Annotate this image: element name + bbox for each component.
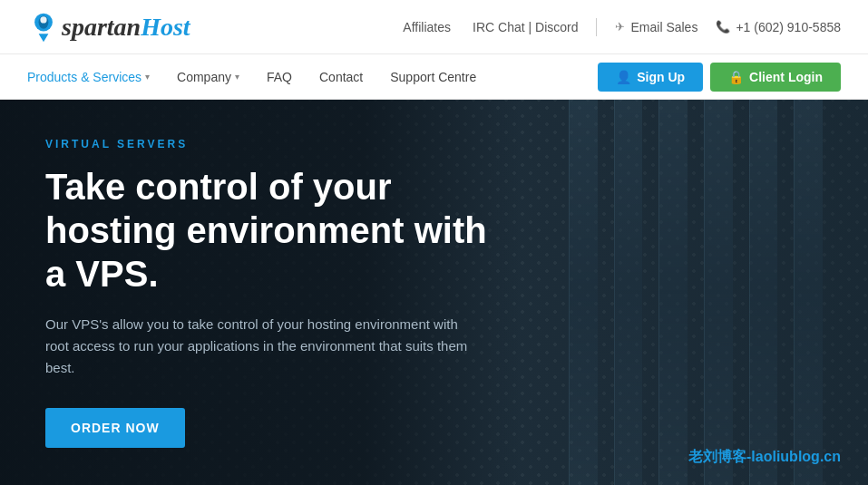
top-nav: Affiliates IRC Chat | Discord ✈ Email Sa… — [403, 18, 841, 36]
nav-company[interactable]: Company ▾ — [177, 70, 239, 84]
hero-subtitle: Our VPS's allow you to take control of y… — [45, 314, 481, 379]
nav-products-label: Products & Services — [27, 70, 141, 84]
login-button[interactable]: 🔒 Client Login — [710, 63, 841, 92]
irc-link[interactable]: IRC Chat | Discord — [473, 20, 578, 34]
rack-bar-5 — [749, 100, 778, 485]
hero-title: Take control of your hosting environment… — [45, 165, 517, 296]
nav-company-label: Company — [177, 70, 231, 84]
nav-products[interactable]: Products & Services ▾ — [27, 70, 150, 84]
products-chevron-icon: ▾ — [145, 72, 150, 82]
watermark: 老刘博客-laoliublog.cn — [688, 448, 841, 467]
rack-bar-2 — [614, 100, 643, 485]
affiliates-link[interactable]: Affiliates — [403, 20, 451, 34]
rack-bar-4 — [704, 100, 733, 485]
signup-button[interactable]: 👤 Sign Up — [598, 63, 703, 92]
rack-bar-1 — [569, 100, 598, 485]
email-sales-item[interactable]: ✈ Email Sales — [615, 20, 697, 34]
rack-bar-6 — [794, 100, 823, 485]
phone-number: +1 (602) 910-5858 — [736, 20, 841, 34]
nav-faq[interactable]: FAQ — [267, 70, 292, 84]
svg-marker-3 — [39, 34, 49, 42]
nav-support[interactable]: Support Centre — [390, 70, 476, 84]
hero-eyebrow: VIRTUAL SERVERS — [45, 138, 517, 150]
hero-content: VIRTUAL SERVERS Take control of your hos… — [0, 102, 562, 484]
email-icon: ✈ — [615, 20, 625, 34]
rack-bar-3 — [658, 100, 688, 485]
logo-icon — [27, 11, 60, 44]
nav-contact[interactable]: Contact — [319, 70, 363, 84]
logo[interactable]: spartanHost — [27, 11, 190, 44]
nav-links: Products & Services ▾ Company ▾ FAQ Cont… — [27, 54, 476, 99]
lock-icon: 🔒 — [728, 70, 744, 84]
nav-buttons: 👤 Sign Up 🔒 Client Login — [598, 63, 841, 92]
order-now-button[interactable]: ORDER NOW — [45, 408, 185, 448]
svg-point-2 — [40, 16, 46, 23]
nav-bar: Products & Services ▾ Company ▾ FAQ Cont… — [0, 54, 868, 100]
phone-item[interactable]: 📞 +1 (602) 910-5858 — [716, 20, 841, 34]
hero-section: VIRTUAL SERVERS Take control of your hos… — [0, 100, 868, 485]
hero-rack-lines — [569, 100, 823, 485]
logo-text: spartanHost — [62, 13, 190, 42]
phone-icon: 📞 — [716, 20, 730, 34]
email-sales-label: Email Sales — [630, 20, 697, 34]
top-contact: ✈ Email Sales 📞 +1 (602) 910-5858 — [615, 20, 841, 34]
user-icon: 👤 — [616, 70, 631, 84]
top-bar: spartanHost Affiliates IRC Chat | Discor… — [0, 0, 868, 54]
top-nav-links: Affiliates IRC Chat | Discord — [403, 20, 578, 34]
login-label: Client Login — [749, 70, 823, 84]
signup-label: Sign Up — [637, 70, 685, 84]
company-chevron-icon: ▾ — [235, 72, 239, 82]
top-nav-divider — [596, 18, 597, 36]
